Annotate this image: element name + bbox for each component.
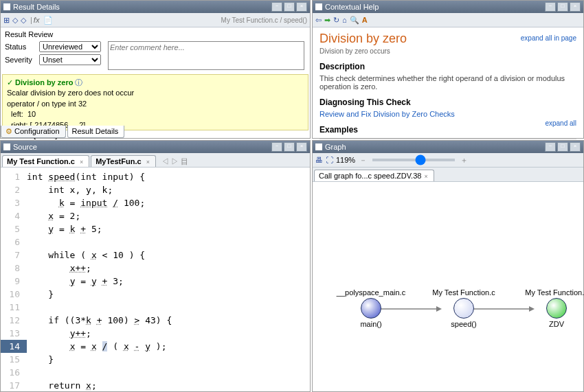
contextual-help-panel: Contextual Help － □ × ⇦ ➡ ↻ ⌂ 🔍 A expand… <box>312 0 584 139</box>
nav-next-icon[interactable]: ◇ <box>21 16 26 25</box>
find-icon[interactable]: 🔍 <box>350 16 359 25</box>
maximize-button[interactable]: □ <box>557 2 568 12</box>
code-line[interactable]: 12 if ((3*k + 100) > 43) { <box>1 314 310 327</box>
defect-line2: operator / on type int 32 <box>7 99 304 109</box>
close-button[interactable]: × <box>570 2 581 12</box>
graph-tab[interactable]: Call graph fo...c speed.ZDV.38× <box>314 170 434 181</box>
minimize-button[interactable]: － <box>545 2 556 12</box>
graph-toolbar: 🖶 ⛶ 119% － ＋ <box>313 153 583 168</box>
expand-all-examples-link[interactable]: expand all <box>545 119 576 127</box>
font-icon[interactable]: A <box>362 16 368 24</box>
code-line[interactable]: 11 <box>1 301 310 314</box>
minimize-button[interactable]: － <box>545 142 556 152</box>
code-line[interactable]: 8 x++; <box>1 262 310 275</box>
node-function: speed() <box>426 320 502 328</box>
result-details-titlebar: Result Details － □ × <box>1 1 310 13</box>
line-number: 1 <box>1 170 27 183</box>
maximize-button[interactable]: □ <box>284 2 295 12</box>
source-title: Source <box>13 141 37 153</box>
code-line[interactable]: 5 y = k + 5; <box>1 222 310 235</box>
code-line[interactable]: 7 while ( x < 10 ) { <box>1 249 310 262</box>
help-subtitle: Division by zero occurs <box>319 47 576 55</box>
graph-titlebar: Graph － □ × <box>313 141 583 153</box>
code-line[interactable]: 3 k = input / 100; <box>1 196 310 209</box>
line-number: 14 <box>1 340 27 353</box>
help-toolbar: ⇦ ➡ ↻ ⌂ 🔍 A <box>313 13 583 27</box>
code-line[interactable]: 1int speed(int input) { <box>1 170 310 183</box>
description-text: This check determines whether the right … <box>319 74 576 91</box>
tab-configuration[interactable]: ⚙ Configuration <box>1 126 66 138</box>
code-line[interactable]: 13 y++; <box>1 327 310 340</box>
line-number: 17 <box>1 379 27 392</box>
graph-node[interactable]: My Test Function.cspeed() <box>426 288 502 328</box>
node-file: __polyspace_main.c <box>333 288 409 297</box>
panel-icon <box>3 3 10 10</box>
code-line[interactable]: 17 return x; <box>1 379 310 392</box>
node-circle-icon <box>546 298 567 319</box>
code-line[interactable]: 4 x = 2; <box>1 209 310 222</box>
code-line[interactable]: 10 } <box>1 288 310 301</box>
fit-icon[interactable]: ⛶ <box>326 156 333 164</box>
result-details-toolbar: ⊞ ◇ ◇ | fx 📄 My Test Function.c / speed(… <box>1 13 310 27</box>
comment-textarea[interactable] <box>108 41 304 70</box>
graph-canvas[interactable]: __polyspace_main.cmain()My Test Function… <box>313 182 583 388</box>
back-icon[interactable]: ⇦ <box>315 16 322 25</box>
status-select[interactable]: Unreviewed <box>39 41 101 52</box>
tab-close-icon[interactable]: × <box>80 159 83 165</box>
source-file-tab[interactable]: MyTestFun.c × <box>91 155 156 167</box>
tab-close-icon[interactable]: × <box>424 173 427 180</box>
tab-result-details[interactable]: Result Details <box>67 126 125 138</box>
tree-collapse-icon[interactable]: ⊞ <box>3 16 10 25</box>
line-number: 15 <box>1 353 27 366</box>
close-button[interactable]: × <box>570 142 581 152</box>
info-icon[interactable]: ⓘ <box>75 78 82 87</box>
print-icon[interactable]: 🖶 <box>315 156 323 164</box>
line-number: 2 <box>1 183 27 196</box>
source-file-tab[interactable]: My Test Function.c × <box>2 155 89 167</box>
refresh-icon[interactable]: ↻ <box>333 16 339 25</box>
graph-panel: Graph － □ × 🖶 ⛶ 119% － ＋ Call graph fo..… <box>312 140 584 392</box>
code-line[interactable]: 6 <box>1 235 310 249</box>
expand-all-link[interactable]: expand all in page <box>521 34 576 42</box>
severity-select[interactable]: Unset <box>39 54 101 65</box>
code-line[interactable]: 14 x = x / ( x - y ); <box>1 340 310 353</box>
home-icon[interactable]: ⌂ <box>342 16 347 24</box>
severity-label: Severity <box>5 56 39 64</box>
forward-icon[interactable]: ➡ <box>324 16 330 25</box>
zoom-slider[interactable] <box>372 159 455 161</box>
line-number: 13 <box>1 327 27 340</box>
tab-close-icon[interactable]: × <box>146 159 150 165</box>
node-circle-icon <box>361 298 381 319</box>
source-tabrow: My Test Function.c ×MyTestFun.c × ◁ ▷ 目 <box>1 153 310 168</box>
defect-line1: Scalar division by zero does not occur <box>7 88 304 98</box>
line-number: 8 <box>1 262 27 275</box>
maximize-button[interactable]: □ <box>284 142 295 152</box>
line-number: 5 <box>1 222 27 235</box>
close-button[interactable]: × <box>296 142 307 152</box>
close-button[interactable]: × <box>296 2 307 12</box>
nav-prev-icon[interactable]: ◇ <box>12 16 18 25</box>
result-details-panel: Result Details － □ × ⊞ ◇ ◇ | fx 📄 My Tes… <box>0 0 311 139</box>
code-line[interactable]: 15 } <box>1 353 310 366</box>
defect-detail-box: ✓ Division by zero ⓘ Scalar division by … <box>2 74 308 130</box>
code-area[interactable]: 1int speed(int input) {2 int x, y, k;3 k… <box>1 168 310 392</box>
line-number: 9 <box>1 275 27 288</box>
graph-title: Graph <box>325 141 346 153</box>
diagnosing-heading: Diagnosing This Check <box>319 97 576 107</box>
defect-left: left: 10 <box>7 109 304 119</box>
minimize-button[interactable]: － <box>271 2 282 12</box>
tab-nav[interactable]: ◁ ▷ 目 <box>157 157 192 167</box>
zoom-out-button[interactable]: － <box>359 155 367 165</box>
graph-node[interactable]: My Test Function.cZDV <box>519 288 584 328</box>
doc-icon[interactable]: 📄 <box>43 16 53 25</box>
code-line[interactable]: 9 y = y + 3; <box>1 275 310 288</box>
maximize-button[interactable]: □ <box>557 142 568 152</box>
examples-heading: Examples <box>319 125 576 135</box>
graph-node[interactable]: __polyspace_main.cmain() <box>333 288 409 328</box>
code-line[interactable]: 2 int x, y, k; <box>1 183 310 196</box>
minimize-button[interactable]: － <box>271 142 282 152</box>
diagnosing-link[interactable]: Review and Fix Division by Zero Checks <box>319 110 455 118</box>
zoom-in-button[interactable]: ＋ <box>460 155 468 165</box>
node-function: main() <box>333 320 409 328</box>
code-line[interactable]: 16 <box>1 366 310 379</box>
